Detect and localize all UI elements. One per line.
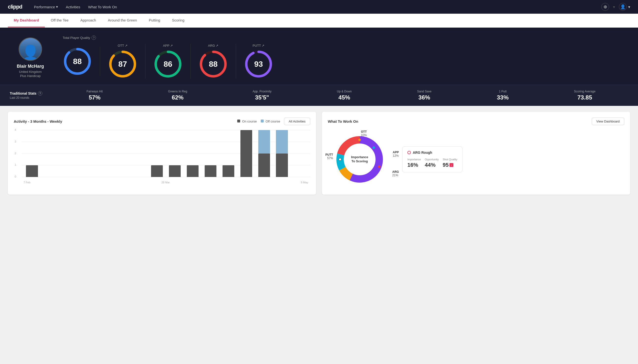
nav-right-actions: ⊕ ▾ 👤 ▾	[601, 3, 630, 11]
nav-what-to-work-on[interactable]: What To Work On	[88, 4, 117, 10]
bar-group-12	[238, 130, 255, 177]
tab-my-dashboard[interactable]: My Dashboard	[8, 14, 45, 28]
bar-on-course	[205, 165, 217, 177]
bar-on-course	[223, 165, 234, 177]
tooltip-metric-value-importance: 16%	[407, 162, 421, 168]
all-activities-button[interactable]: All Activities	[284, 118, 310, 125]
donut-label-putt: PUTT 57%	[325, 153, 333, 160]
donut-container: PUTT 57% OTT 10% APP 12% ARG	[328, 130, 396, 189]
chart-panel-title: Activity - 3 Months - Weekly	[14, 119, 62, 124]
tab-scoring[interactable]: Scoring	[166, 14, 190, 28]
player-info: Blair McHarg United Kingdom Plus Handica…	[10, 36, 59, 79]
stat-value-fairways: 57%	[89, 94, 101, 101]
donut-wrap: ImportanceTo Scoring	[333, 132, 386, 186]
stat-value-updown: 45%	[338, 94, 350, 101]
tab-off-the-tee[interactable]: Off the Tee	[45, 14, 74, 28]
donut-label-app: APP 12%	[393, 150, 399, 158]
circle-app: APP ↗ 86	[145, 44, 191, 79]
user-menu[interactable]: 👤 ▾	[619, 3, 630, 11]
circle-value-putt: 93	[254, 60, 263, 69]
activity-chart-panel: Activity - 3 Months - Weekly On course O…	[8, 112, 316, 194]
player-country: United Kingdom	[19, 70, 42, 74]
logo: clippd	[8, 4, 22, 10]
tooltip-metric-label-importance: Importance	[407, 158, 421, 161]
x-label-feb: 7 Feb	[24, 181, 30, 184]
add-button[interactable]: ⊕	[601, 3, 609, 11]
stat-label-proximity: App. Proximity	[253, 90, 272, 93]
down-arrow-badge: ↓	[450, 163, 453, 167]
bar-on-course	[258, 154, 270, 177]
bottom-panels: Activity - 3 Months - Weekly On course O…	[0, 106, 638, 200]
player-handicap: Plus Handicap	[20, 74, 41, 78]
circle-value-tpq: 88	[73, 57, 82, 66]
nav-performance[interactable]: Performance ▾	[34, 3, 58, 10]
tab-bar: My Dashboard Off the Tee Approach Around…	[0, 14, 638, 28]
tab-putting[interactable]: Putting	[143, 14, 166, 28]
svg-point-16	[373, 146, 375, 149]
tooltip-metrics: Importance 16% Opportunity 44% Shot Qual…	[407, 158, 457, 168]
circle-ott: OTT ↗ 87	[100, 44, 145, 79]
tooltip-card-header: ARG Rough	[407, 150, 457, 154]
x-axis-labels: 7 Feb 28 Mar 9 May	[22, 181, 310, 184]
tab-around-the-green[interactable]: Around the Green	[102, 14, 143, 28]
stat-value-sand: 36%	[418, 94, 430, 101]
circle-putt: PUTT ↗ 93	[236, 44, 281, 79]
total-quality-label: Total Player Quality ?	[63, 36, 628, 40]
bar-on-course	[187, 165, 198, 177]
bar-on-course	[276, 154, 288, 177]
avatar	[19, 38, 42, 61]
legend-on-course-dot	[237, 120, 240, 122]
circle-wrap-arg: 88	[198, 50, 228, 79]
bar-group-0	[24, 165, 40, 177]
stat-one-putt: 1 Putt 33%	[497, 90, 509, 101]
tooltip-metric-label-opportunity: Opportunity	[425, 158, 439, 161]
view-dashboard-button[interactable]: View Dashboard	[592, 118, 624, 125]
tooltip-metric-value-shot: 95 ↓	[443, 162, 457, 168]
circle-tpq: 88	[63, 47, 100, 76]
nav-activities[interactable]: Activities	[66, 4, 80, 10]
stat-scoring-avg: Scoring Average 73.85	[574, 90, 596, 101]
donut-area: PUTT 57% OTT 10% APP 12% ARG	[328, 130, 624, 189]
trad-help-icon[interactable]: ?	[38, 91, 42, 96]
tooltip-title: ARG Rough	[413, 150, 432, 154]
bar-group-11	[220, 165, 237, 177]
help-icon[interactable]: ?	[92, 36, 96, 40]
avatar-image	[19, 38, 41, 60]
bar-on-course	[151, 165, 163, 177]
tooltip-card: ARG Rough Importance 16% Opportunity 44%…	[402, 146, 463, 172]
donut-center: ImportanceTo Scoring	[351, 155, 368, 164]
stat-sand-save: Sand Save 36%	[417, 90, 432, 101]
tooltip-metric-importance: Importance 16%	[407, 158, 421, 168]
tooltip-metric-opportunity: Opportunity 44%	[425, 158, 439, 168]
circle-label-putt: PUTT ↗	[253, 44, 264, 48]
tooltip-metric-label-shot: Shot Quality	[443, 158, 457, 161]
user-avatar-icon: 👤	[619, 3, 627, 11]
stat-value-scoring: 73.85	[577, 94, 592, 101]
tab-approach[interactable]: Approach	[74, 14, 102, 28]
player-name: Blair McHarg	[17, 64, 44, 69]
bar-group-14	[274, 130, 290, 177]
bar-group-13	[256, 130, 273, 177]
stat-label-fairways: Fairways Hit	[87, 90, 103, 93]
trad-stats-title: Traditional Stats ?	[10, 91, 54, 96]
stat-greens-reg: Greens In Reg 62%	[168, 90, 187, 101]
circle-wrap-tpq: 88	[63, 47, 92, 76]
stat-label-greens: Greens In Reg	[168, 90, 187, 93]
donut-center-label: ImportanceTo Scoring	[351, 155, 368, 164]
circle-arg: ARG ↗ 88	[191, 44, 236, 79]
trad-stats-label: Traditional Stats ? Last 20 rounds	[10, 91, 54, 100]
legend-off-course-dot	[261, 120, 264, 122]
svg-point-17	[378, 166, 380, 168]
top-navigation: clippd Performance ▾ Activities What To …	[0, 0, 638, 14]
hero-section: Blair McHarg United Kingdom Plus Handica…	[0, 28, 638, 84]
stat-fairways-hit: Fairways Hit 57%	[87, 90, 103, 101]
circle-label-arg: ARG ↗	[208, 44, 219, 48]
what-to-work-on-panel: What To Work On View Dashboard PUTT 57% …	[322, 112, 630, 194]
circle-wrap-app: 86	[153, 50, 183, 79]
wtwo-panel-header: What To Work On View Dashboard	[328, 118, 624, 125]
stat-value-greens: 62%	[172, 94, 184, 101]
circle-wrap-ott: 87	[108, 50, 137, 79]
stat-label-updown: Up & Down	[337, 90, 352, 93]
circle-wrap-putt: 93	[244, 50, 273, 79]
trad-stats-grid: Fairways Hit 57% Greens In Reg 62% App. …	[54, 90, 628, 101]
